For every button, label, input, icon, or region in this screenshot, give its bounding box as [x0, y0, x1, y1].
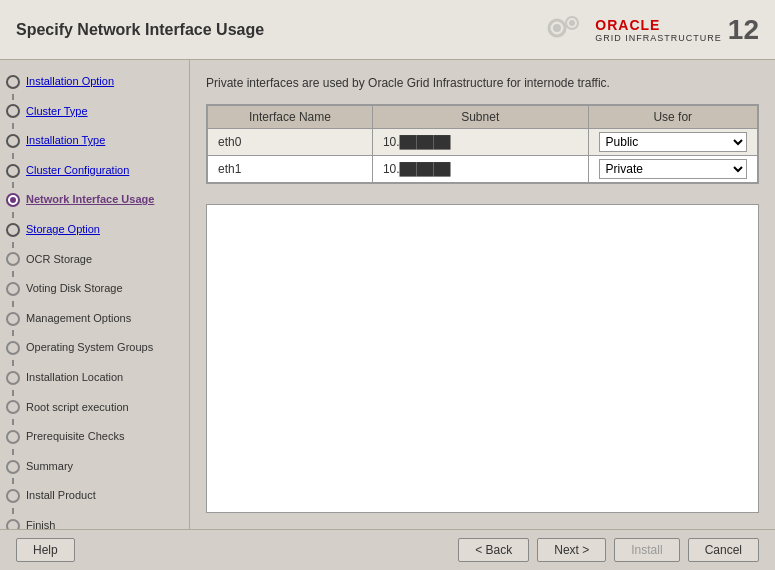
- install-button[interactable]: Install: [614, 538, 679, 562]
- step-dot: [6, 134, 20, 148]
- step-dot: [6, 430, 20, 444]
- use-for-cell[interactable]: Public Private Do Not Use: [588, 156, 757, 183]
- svg-point-3: [569, 20, 575, 26]
- use-for-select-eth0[interactable]: Public Private Do Not Use: [599, 132, 747, 152]
- sidebar-item-label: Install Product: [26, 487, 96, 505]
- step-dot: [6, 371, 20, 385]
- sidebar-item-prereq-checks: Prerequisite Checks: [0, 425, 189, 449]
- sidebar-item-installation-option[interactable]: Installation Option: [0, 70, 189, 94]
- sidebar-item-label: Installation Option: [26, 73, 114, 91]
- sidebar-item-voting-disk: Voting Disk Storage: [0, 277, 189, 301]
- interface-table: Interface Name Subnet Use for eth0 10.██…: [207, 105, 758, 183]
- step-dot: [6, 400, 20, 414]
- step-dot: [6, 75, 20, 89]
- step-dot: [6, 489, 20, 503]
- sidebar-item-management-options: Management Options: [0, 307, 189, 331]
- sidebar-item-label: Root script execution: [26, 399, 129, 417]
- col-header-subnet: Subnet: [372, 106, 588, 129]
- gear-icon: [537, 8, 587, 51]
- step-dot: [6, 460, 20, 474]
- sidebar-item-os-groups: Operating System Groups: [0, 336, 189, 360]
- use-for-select-eth1[interactable]: Public Private Do Not Use: [599, 159, 747, 179]
- main-window: Specify Network Interface Usage ORACLE G…: [0, 0, 775, 570]
- step-dot: [6, 104, 20, 118]
- sidebar-item-label: Installation Type: [26, 132, 105, 150]
- subnet-cell: 10.██████: [372, 129, 588, 156]
- sidebar-item-label: Storage Option: [26, 221, 100, 239]
- log-area: [206, 204, 759, 513]
- sidebar-item-finish: Finish: [0, 514, 189, 529]
- step-dot: [6, 223, 20, 237]
- step-dot: [6, 282, 20, 296]
- sidebar-item-label: OCR Storage: [26, 251, 92, 269]
- step-dot: [6, 341, 20, 355]
- sidebar-item-root-script: Root script execution: [0, 396, 189, 420]
- oracle-logo: ORACLE GRID INFRASTRUCTURE 12: [595, 14, 759, 46]
- content-description: Private interfaces are used by Oracle Gr…: [206, 76, 759, 90]
- interface-name-cell: eth0: [208, 129, 373, 156]
- interface-table-container: Interface Name Subnet Use for eth0 10.██…: [206, 104, 759, 184]
- page-title: Specify Network Interface Usage: [16, 21, 264, 39]
- oracle-product: GRID INFRASTRUCTURE: [595, 33, 722, 43]
- step-dot: [6, 252, 20, 266]
- sidebar-item-ocr-storage: OCR Storage: [0, 248, 189, 272]
- interface-name-cell: eth1: [208, 156, 373, 183]
- sidebar-item-label: Cluster Type: [26, 103, 88, 121]
- step-dot: [6, 312, 20, 326]
- sidebar: Installation Option Cluster Type Install…: [0, 60, 190, 529]
- sidebar-item-install-product: Install Product: [0, 484, 189, 508]
- footer: Help < Back Next > Install Cancel: [0, 529, 775, 570]
- step-dot-active: [6, 193, 20, 207]
- back-button[interactable]: < Back: [458, 538, 529, 562]
- sidebar-item-network-interface[interactable]: Network Interface Usage: [0, 188, 189, 212]
- col-header-use-for: Use for: [588, 106, 757, 129]
- main-content: Installation Option Cluster Type Install…: [0, 60, 775, 529]
- next-button[interactable]: Next >: [537, 538, 606, 562]
- table-row: eth0 10.██████ Public Private Do Not Use: [208, 129, 758, 156]
- oracle-logo-area: ORACLE GRID INFRASTRUCTURE 12: [537, 8, 759, 51]
- header: Specify Network Interface Usage ORACLE G…: [0, 0, 775, 60]
- sidebar-item-label: Operating System Groups: [26, 339, 153, 357]
- sidebar-item-label: Summary: [26, 458, 73, 476]
- subnet-cell: 10.██████: [372, 156, 588, 183]
- sidebar-item-cluster-type[interactable]: Cluster Type: [0, 100, 189, 124]
- sidebar-item-installation-type[interactable]: Installation Type: [0, 129, 189, 153]
- sidebar-item-label: Network Interface Usage: [26, 191, 154, 209]
- svg-point-1: [553, 24, 561, 32]
- step-dot: [6, 519, 20, 529]
- help-button[interactable]: Help: [16, 538, 75, 562]
- sidebar-item-summary: Summary: [0, 455, 189, 479]
- sidebar-item-label: Installation Location: [26, 369, 123, 387]
- step-dot: [6, 164, 20, 178]
- sidebar-item-label: Voting Disk Storage: [26, 280, 123, 298]
- sidebar-item-storage-option[interactable]: Storage Option: [0, 218, 189, 242]
- sidebar-item-installation-location: Installation Location: [0, 366, 189, 390]
- use-for-cell[interactable]: Public Private Do Not Use: [588, 129, 757, 156]
- sidebar-item-label: Finish: [26, 517, 55, 529]
- col-header-interface: Interface Name: [208, 106, 373, 129]
- oracle-brand: ORACLE: [595, 17, 722, 33]
- footer-buttons: < Back Next > Install Cancel: [458, 538, 759, 562]
- oracle-version: 12: [728, 14, 759, 46]
- sidebar-item-label: Management Options: [26, 310, 131, 328]
- sidebar-item-label: Prerequisite Checks: [26, 428, 124, 446]
- sidebar-item-cluster-config[interactable]: Cluster Configuration: [0, 159, 189, 183]
- sidebar-item-label: Cluster Configuration: [26, 162, 129, 180]
- content-area: Private interfaces are used by Oracle Gr…: [190, 60, 775, 529]
- cancel-button[interactable]: Cancel: [688, 538, 759, 562]
- table-row: eth1 10.██████ Public Private Do Not Use: [208, 156, 758, 183]
